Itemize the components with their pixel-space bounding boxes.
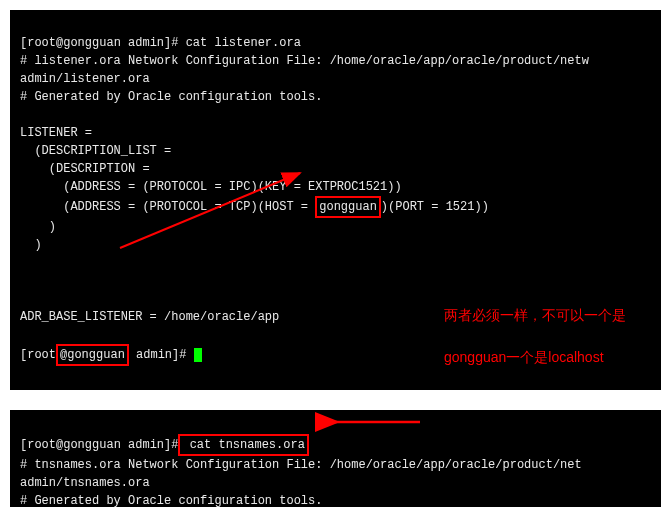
- prompt-line: [root@gongguan admin]# cat tnsnames.ora: [20, 438, 309, 452]
- prompt-path: admin]#: [129, 348, 187, 362]
- highlighted-host: @gongguan: [56, 344, 129, 366]
- output-line: # Generated by Oracle configuration tool…: [20, 494, 322, 507]
- annotation-line: 两者必须一样，不可以一个是: [444, 307, 626, 323]
- annotation-line: gongguan一个是localhost: [444, 349, 604, 365]
- command-text: cat listener.ora: [178, 36, 300, 50]
- output-line: admin/listener.ora: [20, 72, 150, 86]
- prompt-user: [root: [20, 348, 56, 362]
- output-line: # Generated by Oracle configuration tool…: [20, 90, 322, 104]
- prompt-host: @gongguan: [56, 438, 121, 452]
- prompt-line: [root@gongguan admin]#: [20, 348, 202, 362]
- terminal-tnsnames-ora: [root@gongguan admin]# cat tnsnames.ora …: [10, 410, 661, 507]
- prompt-host: @gongguan: [56, 36, 121, 50]
- arrow-icon: [120, 168, 310, 248]
- terminal-listener-ora: [root@gongguan admin]# cat listener.ora …: [10, 10, 661, 390]
- cursor-icon: [194, 348, 202, 362]
- output-text: )(PORT = 1521)): [381, 200, 489, 214]
- output-line: (DESCRIPTION_LIST =: [20, 144, 171, 158]
- prompt-line: [root@gongguan admin]# cat listener.ora: [20, 36, 301, 50]
- highlighted-command: cat tnsnames.ora: [178, 434, 308, 456]
- highlighted-host: gongguan: [315, 196, 381, 218]
- prompt-path: admin]#: [121, 438, 179, 452]
- output-line: ADR_BASE_LISTENER = /home/oracle/app: [20, 310, 279, 324]
- output-line: ): [20, 238, 42, 252]
- arrow-icon: [330, 416, 430, 428]
- prompt-user: [root: [20, 438, 56, 452]
- output-line: ): [20, 220, 56, 234]
- output-line: LISTENER =: [20, 126, 92, 140]
- output-line: # tnsnames.ora Network Configuration Fil…: [20, 458, 582, 472]
- prompt-user: [root: [20, 36, 56, 50]
- annotation-text: 两者必须一样，不可以一个是 gongguan一个是localhost: [444, 284, 626, 368]
- output-line: admin/tnsnames.ora: [20, 476, 150, 490]
- output-line: # listener.ora Network Configuration Fil…: [20, 54, 589, 68]
- prompt-path: admin]#: [121, 36, 179, 50]
- svg-line-1: [120, 173, 300, 248]
